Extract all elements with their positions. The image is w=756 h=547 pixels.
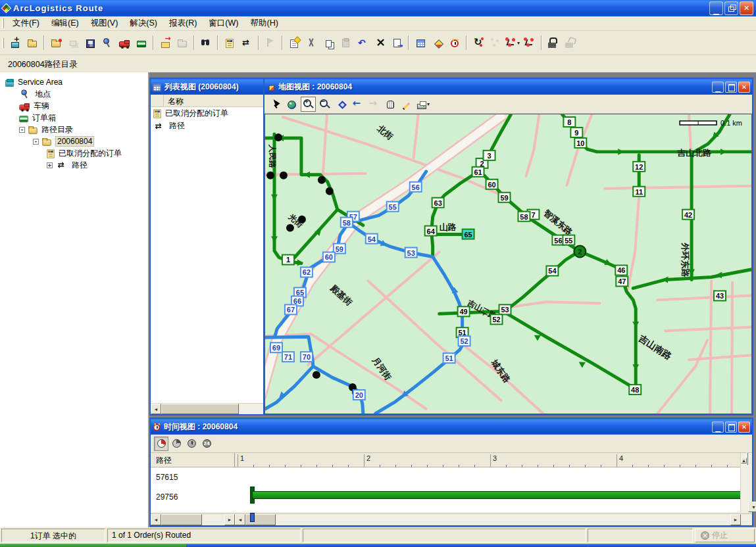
open-folder-button[interactable]: [24, 34, 40, 51]
scrollbar-track[interactable]: [276, 514, 730, 525]
menu-item[interactable]: 窗口(W): [203, 16, 244, 30]
scroll-right-icon[interactable]: ►: [730, 514, 741, 525]
map-maximize-button[interactable]: [725, 82, 737, 93]
map-canvas[interactable]: 北街人民路光街吉山北路智溪东路外环东路山路殿基街月河街吉山二路吉山南路城东路23…: [265, 114, 752, 414]
properties-button[interactable]: [286, 34, 302, 51]
copy-button[interactable]: [320, 34, 336, 51]
toolbar-grip[interactable]: [2, 38, 4, 48]
paste-doc-button[interactable]: [389, 34, 405, 51]
cut-button[interactable]: [303, 34, 319, 51]
lock-button[interactable]: [545, 34, 561, 51]
menu-item[interactable]: 帮助(H): [244, 16, 284, 30]
tree-item-车辆[interactable]: 车辆: [0, 100, 148, 112]
map-order-dot[interactable]: [326, 187, 334, 195]
menu-item[interactable]: 编辑(E): [45, 16, 85, 30]
solve-button[interactable]: [470, 34, 486, 51]
routes-button[interactable]: [239, 34, 255, 51]
scroll-left-icon[interactable]: ◄: [235, 514, 245, 525]
scroll-left-icon[interactable]: ◄: [151, 404, 161, 414]
tree-item-已取消分配的订单[interactable]: 已取消分配的订单: [0, 147, 148, 159]
find-button[interactable]: [198, 34, 214, 51]
save-button[interactable]: [82, 34, 98, 51]
zoom-area-button[interactable]: [334, 97, 349, 112]
back-button[interactable]: [350, 97, 365, 112]
scrollbar-thumb[interactable]: [161, 514, 202, 525]
pan-button[interactable]: [383, 97, 398, 112]
time-window-titlebar[interactable]: 时间视图 : 20060804 ▁ ✕: [151, 419, 752, 435]
map-view-button[interactable]: [430, 34, 445, 51]
new-item-button[interactable]: [7, 34, 23, 51]
tree-item-路径[interactable]: +路径: [0, 159, 148, 171]
undo-button[interactable]: [355, 34, 370, 51]
scrollbar-thumb[interactable]: [747, 452, 748, 465]
tree-item-路径目录[interactable]: -路径目录: [0, 124, 148, 135]
timeline-vertical-scrollbar[interactable]: ▲ ▼: [740, 453, 752, 512]
tree-expander[interactable]: +: [47, 162, 53, 168]
tree-expander[interactable]: -: [19, 127, 25, 133]
menu-item[interactable]: 解决(S): [124, 16, 163, 30]
map-order-dot[interactable]: [274, 133, 282, 141]
orders-list-button[interactable]: [222, 34, 238, 51]
list-view-button[interactable]: [413, 34, 428, 51]
time-view-button[interactable]: [447, 34, 463, 51]
map-order-dot[interactable]: [298, 216, 306, 224]
scale-half-day-button[interactable]: [184, 437, 199, 451]
scrollbar-thumb[interactable]: [161, 404, 239, 414]
scrollbar-track[interactable]: [239, 404, 264, 414]
list-window-titlebar[interactable]: 列表视图 (20060804): [151, 79, 264, 95]
scroll-left-icon[interactable]: ◄: [151, 514, 161, 525]
tree-item-Service Area[interactable]: Service Area: [0, 76, 148, 88]
time-maximize-button[interactable]: [725, 421, 737, 433]
timeline-column-header[interactable]: 路径: [151, 453, 235, 467]
list-item[interactable]: 路径: [151, 120, 264, 132]
stop-button[interactable]: 停止: [695, 529, 755, 542]
menu-item[interactable]: 视图(V): [85, 16, 124, 30]
zoom-in-button[interactable]: +: [301, 97, 316, 112]
close-button[interactable]: ✕: [740, 1, 753, 15]
zoom-out-button[interactable]: −: [317, 97, 332, 112]
orderbox-button[interactable]: [134, 34, 149, 51]
dropdown-arrow-icon[interactable]: ▾: [517, 40, 520, 46]
list-item[interactable]: 已取消分配的订单: [151, 107, 264, 120]
map-window-titlebar[interactable]: 地图视图 : 20060804 ▁ ✕: [265, 79, 752, 95]
time-close-button[interactable]: ✕: [738, 421, 750, 433]
route-id-label[interactable]: 29756: [156, 492, 178, 502]
scroll-right-icon[interactable]: ►: [224, 514, 235, 525]
map-minimize-button[interactable]: ▁: [712, 82, 724, 93]
minimize-button[interactable]: ▁: [709, 1, 723, 15]
scroll-up-icon[interactable]: ▲: [741, 458, 747, 464]
time-minimize-button[interactable]: ▁: [712, 421, 724, 433]
import-orders-button[interactable]: [157, 34, 173, 51]
reassign-button[interactable]: ▾: [505, 34, 520, 51]
timeline-ruler[interactable]: 1234: [235, 453, 740, 467]
map-order-dot[interactable]: [286, 224, 294, 232]
scrollbar-track[interactable]: [202, 514, 224, 525]
restore-button[interactable]: [724, 1, 738, 15]
tree-item-地点[interactable]: 地点: [0, 88, 148, 100]
scale-24h-button[interactable]: 24: [199, 437, 214, 451]
scroll-down-icon[interactable]: ▼: [748, 502, 756, 512]
route-id-label[interactable]: 57615: [156, 473, 178, 482]
scale-hour-button[interactable]: [169, 437, 184, 451]
tree-expander[interactable]: -: [33, 139, 39, 145]
start-button-edge[interactable]: [0, 544, 186, 547]
location-button[interactable]: [99, 34, 115, 51]
map-close-button[interactable]: ✕: [738, 82, 750, 93]
timeline-current-marker[interactable]: [250, 513, 255, 522]
menu-item[interactable]: 文件(F): [7, 16, 45, 30]
list-column-name[interactable]: 名称: [164, 95, 264, 107]
unassign-button[interactable]: [522, 34, 538, 51]
route-schedule-bar[interactable]: [252, 491, 740, 499]
vehicle-button[interactable]: [116, 34, 132, 51]
map-order-dot[interactable]: [280, 172, 288, 179]
tree-item-订单箱[interactable]: 订单箱: [0, 112, 148, 124]
timeline-horizontal-scrollbar[interactable]: ◄ ►: [235, 514, 741, 525]
tree-item-20060804[interactable]: -20060804: [0, 135, 148, 147]
menu-item[interactable]: 报表(R): [163, 16, 203, 30]
new-folder-button[interactable]: [48, 34, 64, 51]
map-order-dot[interactable]: [318, 176, 326, 184]
list-horizontal-scrollbar[interactable]: ◄: [151, 403, 264, 414]
map-order-dot[interactable]: [266, 172, 274, 179]
delete-button[interactable]: [372, 34, 388, 51]
print-button[interactable]: ▾: [416, 97, 431, 112]
